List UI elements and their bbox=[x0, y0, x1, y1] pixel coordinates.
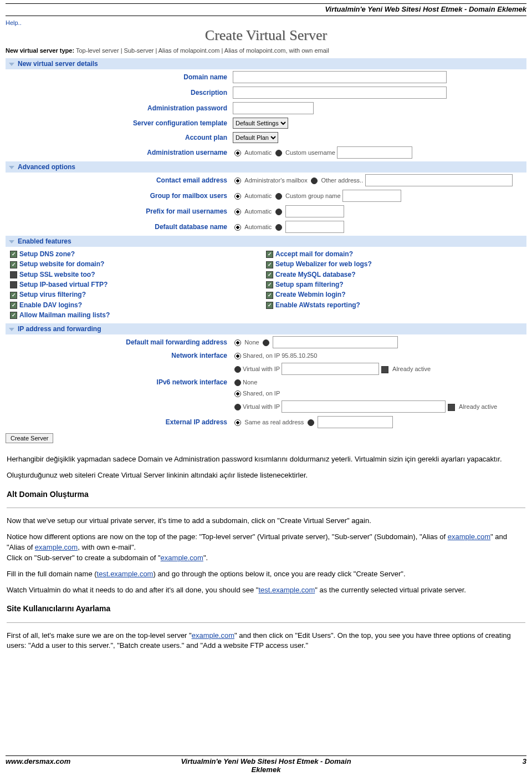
radio[interactable] bbox=[234, 193, 241, 200]
link-testexample[interactable]: test.example.com bbox=[258, 586, 315, 594]
dbname-input[interactable] bbox=[285, 221, 344, 233]
link-testexample[interactable]: test.example.com bbox=[97, 570, 154, 578]
radio[interactable] bbox=[234, 339, 241, 346]
radio[interactable] bbox=[311, 177, 318, 184]
create-server-button[interactable]: Create Server bbox=[6, 433, 53, 443]
radio[interactable] bbox=[234, 366, 241, 373]
feature-chk[interactable]: ✓Setup spam filtering? bbox=[266, 280, 522, 290]
feature-chk[interactable]: ✓Accept mail for domain? bbox=[266, 249, 522, 259]
feature-label: Setup SSL website too? bbox=[19, 271, 95, 278]
plan-select[interactable]: Default Plan bbox=[233, 132, 278, 143]
link-example[interactable]: example.com bbox=[161, 554, 203, 562]
server-type-opt[interactable]: Sub-server bbox=[124, 47, 154, 54]
adminpw-label: Administration password bbox=[6, 104, 233, 112]
feature-label: Setup IP-based virtual FTP? bbox=[19, 281, 108, 288]
section-advanced[interactable]: Advanced options bbox=[6, 161, 526, 173]
radio-custom[interactable] bbox=[275, 150, 282, 156]
radio-auto[interactable] bbox=[234, 150, 241, 156]
domain-input[interactable] bbox=[233, 71, 447, 83]
link-example[interactable]: example.com bbox=[448, 532, 490, 541]
section-details[interactable]: New virtual server details bbox=[6, 58, 526, 69]
desc-input[interactable] bbox=[233, 87, 447, 99]
adminuser-label: Administration username bbox=[6, 149, 233, 156]
radio[interactable] bbox=[275, 224, 282, 231]
radio[interactable] bbox=[275, 209, 282, 215]
footer-center: Virtualmin'e Yeni Web Sitesi Host Etmek … bbox=[179, 757, 352, 774]
section-ip[interactable]: IP address and forwarding bbox=[6, 323, 526, 334]
feature-label: Enable AWstats reporting? bbox=[275, 301, 360, 309]
feature-chk[interactable]: ✓Create MySQL database? bbox=[266, 270, 522, 280]
article-heading: Site Kullanıcılarını Ayarlama bbox=[7, 603, 525, 614]
radio-auto-label: Automatic bbox=[244, 149, 272, 156]
feature-label: Accept mail for domain? bbox=[275, 250, 353, 258]
radio-label: Automatic bbox=[244, 208, 272, 215]
virtualip-input[interactable] bbox=[282, 363, 379, 375]
feature-label: Setup virus filtering? bbox=[19, 291, 86, 298]
prefix-input[interactable] bbox=[285, 205, 344, 217]
feature-chk[interactable]: ✓Setup Webalizer for web logs? bbox=[266, 259, 522, 269]
other-address-input[interactable] bbox=[365, 174, 513, 186]
radio-label: Virtual with IP bbox=[243, 403, 280, 410]
radio[interactable] bbox=[263, 339, 269, 346]
checkbox[interactable] bbox=[381, 366, 388, 373]
radio-label: Shared, on IP 95.85.10.250 bbox=[243, 352, 317, 359]
domain-label: Domain name bbox=[6, 73, 233, 81]
feature-label: Setup website for domain? bbox=[19, 260, 104, 268]
mailfwd-input[interactable] bbox=[273, 336, 398, 348]
radio[interactable] bbox=[234, 209, 241, 215]
feature-chk[interactable]: ✓Enable AWstats reporting? bbox=[266, 300, 522, 310]
feature-chk[interactable]: ✓Setup website for domain? bbox=[10, 259, 266, 269]
groupname-input[interactable] bbox=[342, 190, 401, 202]
server-type-opt[interactable]: Alias of molapoint.com bbox=[158, 47, 220, 54]
chevron-down-icon bbox=[9, 240, 14, 244]
feature-chk[interactable]: ✓Create Webmin login? bbox=[266, 290, 522, 300]
article-p: Notice how different options are now on … bbox=[7, 532, 525, 564]
radio[interactable] bbox=[275, 193, 282, 200]
extip-input[interactable] bbox=[318, 416, 393, 428]
radio[interactable] bbox=[234, 353, 241, 359]
radio[interactable] bbox=[234, 224, 241, 231]
adminpw-input[interactable] bbox=[233, 102, 314, 114]
link-example[interactable]: example.com bbox=[192, 631, 234, 640]
radio[interactable] bbox=[234, 390, 241, 397]
radio[interactable] bbox=[234, 419, 241, 426]
feature-chk[interactable]: Setup SSL website too? bbox=[10, 270, 266, 280]
feature-chk[interactable]: ✓Setup virus filtering? bbox=[10, 290, 266, 300]
article-p: Watch Virtualmin do what it needs to do … bbox=[7, 585, 525, 596]
mailfwd-label: Default mail forwarding address bbox=[6, 338, 233, 346]
custom-user-input[interactable] bbox=[337, 146, 412, 159]
group-label: Group for mailbox users bbox=[6, 192, 233, 200]
feature-label: Setup spam filtering? bbox=[275, 281, 344, 288]
footer-page-number: 3 bbox=[353, 757, 526, 774]
help-link[interactable]: Help.. bbox=[6, 19, 526, 26]
server-type-opt[interactable]: Alias of molapoint.com, with own email bbox=[224, 47, 329, 54]
server-type-label: New virtual server type: bbox=[6, 47, 74, 54]
radio-label: Shared, on IP bbox=[243, 390, 280, 397]
server-type-opt[interactable]: Top-level server bbox=[76, 47, 119, 54]
feature-chk[interactable]: Setup IP-based virtual FTP? bbox=[10, 280, 266, 290]
radio[interactable] bbox=[234, 379, 241, 386]
link-example[interactable]: example.com bbox=[35, 543, 78, 551]
chevron-down-icon bbox=[9, 166, 14, 169]
tmpl-select[interactable]: Default Settings bbox=[233, 118, 288, 129]
section-features[interactable]: Enabled features bbox=[6, 236, 526, 247]
radio[interactable] bbox=[308, 419, 314, 426]
feature-label: Allow Mailman mailing lists? bbox=[19, 311, 110, 319]
tmpl-label: Server configuration template bbox=[6, 119, 233, 127]
radio-label: Automatic bbox=[244, 192, 272, 199]
desc-label: Description bbox=[6, 89, 233, 97]
feature-chk[interactable]: ✓Enable DAV logins? bbox=[10, 300, 266, 310]
feature-chk[interactable]: ✓Allow Mailman mailing lists? bbox=[10, 310, 266, 320]
article-p: Fill in the full domain name (test.examp… bbox=[7, 569, 525, 580]
section-advanced-label: Advanced options bbox=[18, 163, 75, 171]
ipv6-input[interactable] bbox=[282, 400, 446, 413]
feature-chk[interactable]: ✓Setup DNS zone? bbox=[10, 249, 266, 259]
extip-label: External IP address bbox=[6, 418, 233, 426]
radio[interactable] bbox=[234, 177, 241, 184]
checkbox[interactable] bbox=[448, 404, 455, 411]
ipv6-label: IPv6 network interface bbox=[6, 378, 233, 386]
feature-label: Setup Webalizer for web logs? bbox=[275, 260, 372, 268]
radio[interactable] bbox=[234, 404, 241, 410]
page-title: Create Virtual Server bbox=[6, 27, 526, 44]
feature-label: Create Webmin login? bbox=[275, 291, 345, 298]
